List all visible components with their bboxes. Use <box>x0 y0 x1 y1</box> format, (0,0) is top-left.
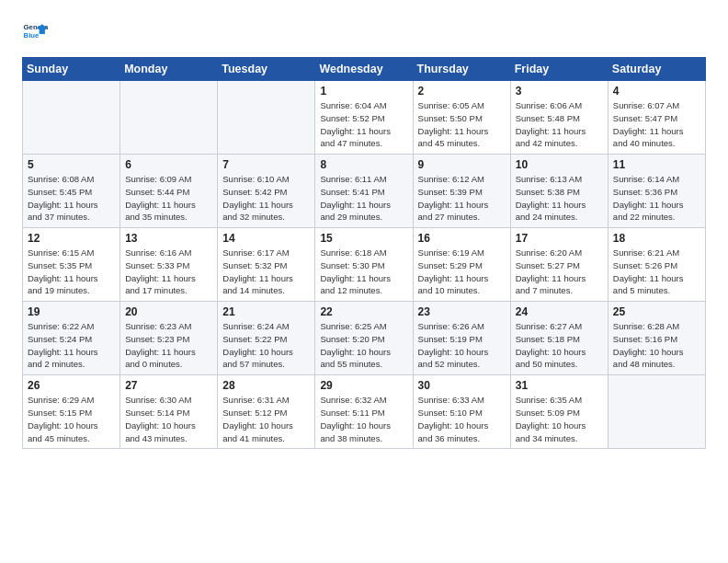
day-number: 13 <box>125 232 212 245</box>
day-number: 24 <box>516 305 603 318</box>
day-number: 19 <box>28 305 115 318</box>
day-number: 28 <box>222 379 310 392</box>
day-number: 9 <box>418 158 506 171</box>
calendar-cell: 15Sunrise: 6:18 AM Sunset: 5:30 PM Dayli… <box>315 228 413 302</box>
day-number: 5 <box>28 158 115 171</box>
day-number: 7 <box>222 158 310 171</box>
day-info: Sunrise: 6:31 AM Sunset: 5:12 PM Dayligh… <box>222 394 310 444</box>
day-info: Sunrise: 6:28 AM Sunset: 5:16 PM Dayligh… <box>613 320 700 371</box>
calendar-cell: 10Sunrise: 6:13 AM Sunset: 5:38 PM Dayli… <box>510 155 608 228</box>
calendar-cell: 1Sunrise: 6:04 AM Sunset: 5:52 PM Daylig… <box>315 81 413 155</box>
day-info: Sunrise: 6:19 AM Sunset: 5:29 PM Dayligh… <box>418 247 506 297</box>
day-info: Sunrise: 6:27 AM Sunset: 5:18 PM Dayligh… <box>516 320 603 371</box>
day-number: 17 <box>516 232 603 245</box>
col-thursday: Thursday <box>413 58 510 81</box>
calendar-cell: 11Sunrise: 6:14 AM Sunset: 5:36 PM Dayli… <box>608 155 705 228</box>
calendar-cell: 30Sunrise: 6:33 AM Sunset: 5:10 PM Dayli… <box>413 375 510 449</box>
day-info: Sunrise: 6:05 AM Sunset: 5:50 PM Dayligh… <box>418 99 506 150</box>
calendar-cell: 17Sunrise: 6:20 AM Sunset: 5:27 PM Dayli… <box>510 228 608 302</box>
day-number: 11 <box>613 158 700 171</box>
day-info: Sunrise: 6:15 AM Sunset: 5:35 PM Dayligh… <box>28 247 115 297</box>
day-info: Sunrise: 6:14 AM Sunset: 5:36 PM Dayligh… <box>613 173 700 224</box>
day-info: Sunrise: 6:13 AM Sunset: 5:38 PM Dayligh… <box>516 173 603 224</box>
col-friday: Friday <box>510 58 608 81</box>
day-number: 14 <box>222 232 310 245</box>
day-info: Sunrise: 6:29 AM Sunset: 5:15 PM Dayligh… <box>28 394 115 444</box>
calendar-cell: 20Sunrise: 6:23 AM Sunset: 5:23 PM Dayli… <box>120 302 218 375</box>
calendar-cell: 8Sunrise: 6:11 AM Sunset: 5:41 PM Daylig… <box>315 155 413 228</box>
calendar-cell: 12Sunrise: 6:15 AM Sunset: 5:35 PM Dayli… <box>23 228 120 302</box>
day-info: Sunrise: 6:10 AM Sunset: 5:42 PM Dayligh… <box>222 173 310 224</box>
day-info: Sunrise: 6:35 AM Sunset: 5:09 PM Dayligh… <box>516 394 603 444</box>
day-number: 3 <box>516 85 603 98</box>
day-number: 2 <box>418 85 506 98</box>
day-info: Sunrise: 6:26 AM Sunset: 5:19 PM Dayligh… <box>418 320 506 371</box>
calendar-cell: 16Sunrise: 6:19 AM Sunset: 5:29 PM Dayli… <box>413 228 510 302</box>
day-info: Sunrise: 6:32 AM Sunset: 5:11 PM Dayligh… <box>320 394 407 444</box>
col-sunday: Sunday <box>23 58 120 81</box>
calendar-cell: 27Sunrise: 6:30 AM Sunset: 5:14 PM Dayli… <box>120 375 218 449</box>
day-number: 25 <box>613 305 700 318</box>
day-number: 22 <box>320 305 407 318</box>
calendar-header-row: Sunday Monday Tuesday Wednesday Thursday… <box>23 58 706 81</box>
day-number: 23 <box>418 305 506 318</box>
logo-icon: General Blue <box>22 18 48 44</box>
calendar-cell: 13Sunrise: 6:16 AM Sunset: 5:33 PM Dayli… <box>120 228 218 302</box>
day-number: 10 <box>516 158 603 171</box>
calendar-cell: 9Sunrise: 6:12 AM Sunset: 5:39 PM Daylig… <box>413 155 510 228</box>
day-info: Sunrise: 6:18 AM Sunset: 5:30 PM Dayligh… <box>320 247 407 297</box>
calendar-cell: 18Sunrise: 6:21 AM Sunset: 5:26 PM Dayli… <box>608 228 705 302</box>
calendar-cell: 14Sunrise: 6:17 AM Sunset: 5:32 PM Dayli… <box>218 228 315 302</box>
day-info: Sunrise: 6:33 AM Sunset: 5:10 PM Dayligh… <box>418 394 506 444</box>
calendar-cell <box>23 81 120 155</box>
col-saturday: Saturday <box>608 58 705 81</box>
day-number: 20 <box>125 305 212 318</box>
day-info: Sunrise: 6:11 AM Sunset: 5:41 PM Dayligh… <box>320 173 407 224</box>
calendar-cell: 23Sunrise: 6:26 AM Sunset: 5:19 PM Dayli… <box>413 302 510 375</box>
calendar-cell <box>120 81 218 155</box>
col-wednesday: Wednesday <box>315 58 413 81</box>
day-number: 1 <box>320 85 407 98</box>
svg-text:Blue: Blue <box>24 31 40 40</box>
calendar-cell: 26Sunrise: 6:29 AM Sunset: 5:15 PM Dayli… <box>23 375 120 449</box>
calendar-cell: 24Sunrise: 6:27 AM Sunset: 5:18 PM Dayli… <box>510 302 608 375</box>
calendar-cell: 2Sunrise: 6:05 AM Sunset: 5:50 PM Daylig… <box>413 81 510 155</box>
day-info: Sunrise: 6:22 AM Sunset: 5:24 PM Dayligh… <box>28 320 115 371</box>
calendar-week-row: 5Sunrise: 6:08 AM Sunset: 5:45 PM Daylig… <box>23 155 706 228</box>
day-info: Sunrise: 6:06 AM Sunset: 5:48 PM Dayligh… <box>516 99 603 150</box>
day-number: 12 <box>28 232 115 245</box>
calendar-cell: 31Sunrise: 6:35 AM Sunset: 5:09 PM Dayli… <box>510 375 608 449</box>
day-info: Sunrise: 6:16 AM Sunset: 5:33 PM Dayligh… <box>125 247 212 297</box>
day-info: Sunrise: 6:23 AM Sunset: 5:23 PM Dayligh… <box>125 320 212 371</box>
col-tuesday: Tuesday <box>218 58 315 81</box>
day-info: Sunrise: 6:21 AM Sunset: 5:26 PM Dayligh… <box>613 247 700 297</box>
day-number: 16 <box>418 232 506 245</box>
day-number: 4 <box>613 85 700 98</box>
day-number: 6 <box>125 158 212 171</box>
day-info: Sunrise: 6:24 AM Sunset: 5:22 PM Dayligh… <box>222 320 310 371</box>
day-number: 29 <box>320 379 407 392</box>
calendar-cell <box>218 81 315 155</box>
calendar-cell: 22Sunrise: 6:25 AM Sunset: 5:20 PM Dayli… <box>315 302 413 375</box>
day-info: Sunrise: 6:12 AM Sunset: 5:39 PM Dayligh… <box>418 173 506 224</box>
calendar-cell: 29Sunrise: 6:32 AM Sunset: 5:11 PM Dayli… <box>315 375 413 449</box>
day-number: 15 <box>320 232 407 245</box>
calendar-week-row: 26Sunrise: 6:29 AM Sunset: 5:15 PM Dayli… <box>23 375 706 449</box>
calendar-cell <box>608 375 705 449</box>
calendar-cell: 28Sunrise: 6:31 AM Sunset: 5:12 PM Dayli… <box>218 375 315 449</box>
calendar-cell: 21Sunrise: 6:24 AM Sunset: 5:22 PM Dayli… <box>218 302 315 375</box>
calendar-week-row: 1Sunrise: 6:04 AM Sunset: 5:52 PM Daylig… <box>23 81 706 155</box>
calendar-cell: 19Sunrise: 6:22 AM Sunset: 5:24 PM Dayli… <box>23 302 120 375</box>
calendar-cell: 5Sunrise: 6:08 AM Sunset: 5:45 PM Daylig… <box>23 155 120 228</box>
calendar-cell: 7Sunrise: 6:10 AM Sunset: 5:42 PM Daylig… <box>218 155 315 228</box>
day-info: Sunrise: 6:08 AM Sunset: 5:45 PM Dayligh… <box>28 173 115 224</box>
calendar-week-row: 12Sunrise: 6:15 AM Sunset: 5:35 PM Dayli… <box>23 228 706 302</box>
day-info: Sunrise: 6:30 AM Sunset: 5:14 PM Dayligh… <box>125 394 212 444</box>
day-number: 21 <box>222 305 310 318</box>
calendar-week-row: 19Sunrise: 6:22 AM Sunset: 5:24 PM Dayli… <box>23 302 706 375</box>
day-number: 8 <box>320 158 407 171</box>
day-info: Sunrise: 6:09 AM Sunset: 5:44 PM Dayligh… <box>125 173 212 224</box>
logo: General Blue <box>22 18 51 44</box>
calendar-cell: 4Sunrise: 6:07 AM Sunset: 5:47 PM Daylig… <box>608 81 705 155</box>
day-info: Sunrise: 6:07 AM Sunset: 5:47 PM Dayligh… <box>613 99 700 150</box>
